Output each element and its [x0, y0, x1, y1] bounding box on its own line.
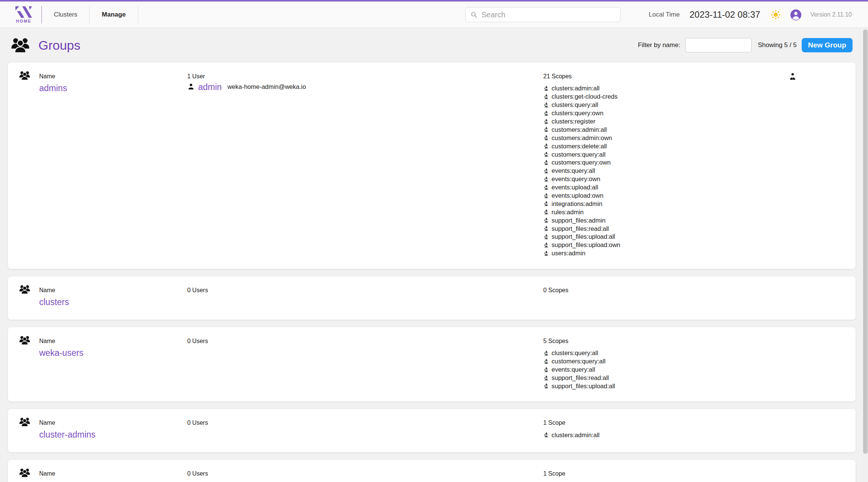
group-icon	[19, 468, 30, 477]
group-icon	[19, 336, 30, 345]
scopes-count-label: 1 Scope	[543, 419, 599, 426]
scope-icon	[543, 242, 549, 248]
scope-icon	[543, 94, 549, 100]
scope-label: integrations:admin	[552, 200, 602, 207]
name-label: Name	[39, 419, 96, 426]
group-name-link[interactable]: admins	[39, 83, 67, 93]
user-row: admin weka-home-admin@weka.io	[187, 83, 306, 92]
logo-home-label: HOME	[16, 19, 32, 23]
scope-label: events:query:all	[552, 366, 595, 373]
scope-row: clusters:get-cloud-creds	[543, 93, 620, 101]
scope-icon	[543, 234, 549, 240]
new-group-button[interactable]: New Group	[802, 38, 853, 52]
user-name-link[interactable]: admin	[198, 83, 222, 92]
scope-icon	[543, 217, 549, 223]
scope-row: clusters:register	[543, 117, 620, 126]
scope-label: customers:query:own	[552, 159, 611, 166]
scope-list: clusters:admin:all	[543, 431, 599, 439]
scope-label: events:upload:own	[552, 192, 604, 199]
scope-label: events:query:own	[552, 175, 600, 183]
scope-icon	[543, 151, 549, 157]
group-name-link[interactable]: cluster-admins	[39, 430, 96, 440]
scrollbar-track[interactable]	[863, 28, 868, 482]
group-card: Name admins 1 User admin weka-home-admin…	[8, 63, 856, 269]
version-label: Version 2.11.10	[810, 11, 852, 18]
scope-icon	[543, 143, 549, 149]
name-label: Name	[39, 73, 67, 80]
group-icon	[19, 417, 30, 427]
users-count-label: 0 Users	[187, 470, 208, 477]
scrollbar-thumb[interactable]	[863, 29, 868, 454]
groups-list: Name admins 1 User admin weka-home-admin…	[0, 63, 868, 482]
search-input[interactable]	[481, 11, 616, 19]
scope-row: users:admin	[543, 249, 620, 258]
scope-label: support_files:upload:own	[552, 241, 620, 249]
scope-label: support_files:admin	[552, 217, 605, 224]
group-card: Name weka-users 0 Users 5 Scopes cluster…	[8, 327, 856, 402]
scope-row: events:query:all	[543, 167, 620, 175]
user-email: weka-home-admin@weka.io	[228, 83, 306, 92]
name-label: Name	[39, 470, 55, 477]
scope-icon	[543, 193, 549, 199]
scope-list: clusters:query:allcustomers:query:alleve…	[543, 349, 615, 390]
theme-toggle-sun-icon[interactable]	[771, 10, 781, 20]
scopes-count-label: 5 Scopes	[543, 338, 615, 345]
filter-by-name-label: Filter by name:	[638, 41, 680, 49]
scope-row: events:upload:all	[543, 183, 620, 192]
scope-label: customers:query:all	[552, 358, 605, 365]
scope-label: support_files:upload:all	[552, 383, 615, 390]
weka-home-logo[interactable]: HOME	[14, 6, 34, 23]
scope-label: clusters:get-cloud-creds	[552, 93, 617, 100]
users-count-label: 0 Users	[187, 338, 208, 345]
scope-icon	[543, 375, 549, 381]
scope-icon	[543, 432, 549, 438]
filter-by-name-input[interactable]	[685, 38, 752, 52]
scope-icon	[543, 135, 549, 141]
scope-row: support_files:upload:all	[543, 382, 615, 390]
scope-icon	[543, 127, 549, 133]
scope-row: customers:query:own	[543, 159, 620, 167]
scope-label: clusters:query:all	[552, 101, 598, 108]
scope-icon	[543, 367, 549, 373]
scope-row: support_files:read:all	[543, 224, 620, 233]
page-title: Groups	[38, 38, 81, 53]
users-count-label: 0 Users	[187, 287, 208, 294]
scope-row: customers:query:all	[543, 150, 620, 159]
scope-label: events:query:all	[552, 167, 595, 174]
name-label: Name	[39, 338, 84, 345]
local-time-value: 2023-11-02 08:37	[689, 9, 760, 20]
group-admin-icon	[789, 72, 797, 81]
group-card: Name clusters 0 Users 0 Scopes	[8, 276, 856, 320]
scope-icon	[543, 119, 549, 125]
user-avatar-icon[interactable]	[790, 9, 801, 20]
nav-item-manage[interactable]: Manage	[90, 2, 138, 27]
scope-icon	[543, 383, 549, 389]
nav-item-clusters[interactable]: Clusters	[42, 2, 89, 27]
scope-label: rules:admin	[552, 209, 584, 216]
local-time-label: Local Time	[649, 11, 680, 18]
group-name-link[interactable]: clusters	[39, 297, 69, 307]
scope-label: customers:delete:all	[552, 143, 607, 150]
name-label: Name	[39, 287, 69, 294]
scope-icon	[543, 110, 549, 116]
scope-label: customers:query:all	[552, 151, 605, 158]
groups-page-icon	[11, 37, 30, 53]
scope-icon	[543, 185, 549, 191]
top-navbar: HOME Clusters Manage Local Time 2023-11-…	[0, 0, 868, 28]
scope-icon	[543, 358, 549, 365]
group-icon	[19, 71, 30, 80]
showing-count-label: Showing 5 / 5	[758, 41, 797, 49]
scope-icon	[543, 201, 549, 207]
scope-label: customers:admin:all	[552, 126, 607, 133]
scopes-count-label: 21 Scopes	[543, 73, 620, 80]
scope-row: clusters:query:all	[543, 101, 620, 109]
group-name-link[interactable]: weka-users	[39, 348, 84, 358]
group-icon	[19, 285, 30, 294]
scope-row: integrations:admin	[543, 200, 620, 208]
scope-icon	[543, 350, 549, 356]
global-search	[465, 7, 620, 22]
scope-icon	[543, 176, 549, 182]
scope-row: support_files:read:all	[543, 374, 615, 382]
group-card: Name 0 Users 1 Scope integrations:admin	[8, 460, 856, 482]
scope-icon	[543, 102, 549, 108]
